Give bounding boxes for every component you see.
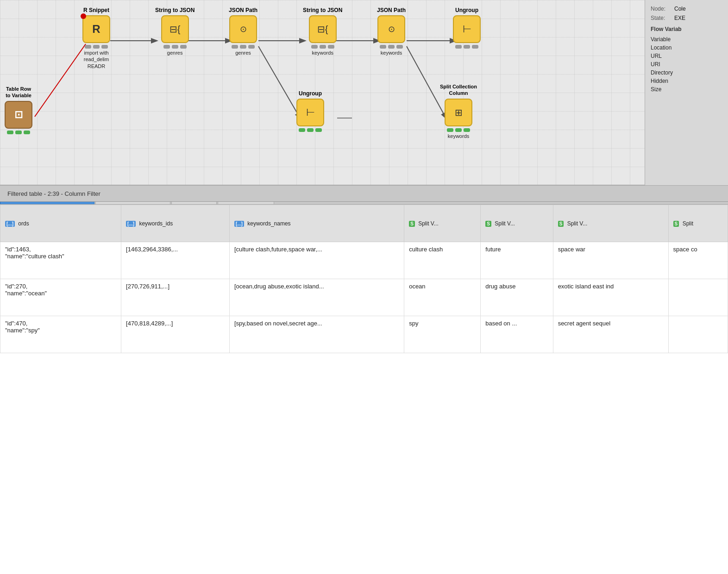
col-label-1: keywords_ids	[139, 220, 173, 227]
var-item-url: URL	[651, 52, 722, 60]
col-header-1[interactable]: [...] keywords_ids	[121, 205, 230, 242]
node-strtojson1-status	[163, 45, 187, 49]
node-strtojson2[interactable]: String to JSON ⊟{ keywords	[303, 7, 342, 56]
cell-1-2: [ocean,drug abuse,exotic island...	[229, 279, 404, 316]
cell-2-4: based on ...	[481, 316, 553, 353]
col-icon-4: S	[485, 221, 491, 227]
col-icon-5: S	[558, 221, 564, 227]
node-rsnippet-icon: R	[92, 23, 100, 36]
node-jsonpath2-icon: ⊙	[388, 24, 395, 34]
node-rsnippet-label: import withread_delimREADR	[84, 50, 109, 69]
col-header-3[interactable]: S Split V...	[404, 205, 481, 242]
node-jsonpath1-box[interactable]: ⊙	[229, 15, 257, 43]
node-ungroup2-icon: ⊢	[306, 106, 315, 119]
cell-2-2: [spy,based on novel,secret age...	[229, 316, 404, 353]
node-splitcol-icon: ⊞	[455, 107, 463, 118]
svg-line-0	[35, 44, 86, 117]
node-rsnippet[interactable]: R Snippet R import withread_delimREADR	[82, 7, 110, 69]
workflow-area: Table Rowto Variable ⊡ R Snippet R impor…	[0, 0, 728, 185]
node-jsonpath1[interactable]: JSON Path ⊙ genres	[229, 7, 257, 56]
table-row: "id":270, "name":"ocean" [270,726,911,..…	[0, 279, 728, 316]
node-strtojson2-title: String to JSON	[303, 7, 342, 13]
node-jsonpath2-status	[380, 45, 403, 49]
node-strtojson1-label: genres	[167, 50, 183, 56]
col-header-2[interactable]: [...] keywords_names	[229, 205, 404, 242]
node-strtojson2-box[interactable]: ⊟{	[309, 15, 337, 43]
node-tablerow-title: Table Rowto Variable	[6, 86, 31, 99]
cell-1-1: [270,726,911,...]	[121, 279, 230, 316]
col-label-3: Split V...	[418, 220, 439, 227]
node-field-value: Cole	[674, 6, 686, 12]
node-ungroup2-status	[299, 128, 322, 132]
workflow-canvas[interactable]: Table Rowto Variable ⊡ R Snippet R impor…	[0, 0, 728, 185]
table-row: "id":470, "name":"spy" [470,818,4289,...…	[0, 316, 728, 353]
variable-list: Variable Location URL URI Directory Hidd…	[651, 35, 722, 94]
col-header-4[interactable]: S Split V...	[481, 205, 553, 242]
node-field-label: Node:	[651, 6, 672, 12]
node-rsnippet-box[interactable]: R	[82, 15, 110, 43]
right-panel: Node: Cole State: EXE Flow Variab Variab…	[645, 0, 728, 185]
col-label-0: ords	[18, 220, 29, 227]
cell-1-0: "id":270, "name":"ocean"	[0, 279, 121, 316]
node-rsnippet-dot	[81, 13, 86, 19]
cell-1-4: drug abuse	[481, 279, 553, 316]
node-jsonpath2-title: JSON Path	[377, 7, 406, 13]
cell-0-0: "id":1463, "name":"culture clash"	[0, 242, 121, 279]
node-jsonpath1-status	[232, 45, 255, 49]
col-icon-1: [...]	[126, 221, 136, 227]
col-icon-2: [...]	[234, 221, 244, 227]
cell-0-1: [1463,2964,3386,...	[121, 242, 230, 279]
node-tablerow[interactable]: Table Rowto Variable ⊡	[5, 86, 32, 134]
cell-0-2: [culture clash,future,space war,...	[229, 242, 404, 279]
node-splitcol-title: Split CollectionColumn	[440, 83, 477, 97]
col-icon-6: S	[673, 221, 679, 227]
node-strtojson1-box[interactable]: ⊟{	[161, 15, 189, 43]
col-header-6[interactable]: S Split	[668, 205, 728, 242]
node-ungroup2-box[interactable]: ⊢	[296, 99, 324, 126]
state-field-value: EXE	[674, 15, 685, 21]
node-splitcol[interactable]: Split CollectionColumn ⊞ keywords	[440, 83, 477, 139]
var-item-variable: Variable	[651, 35, 722, 44]
bottom-section: Table "default" – Rows: 4803 Spec – Colu…	[0, 185, 728, 574]
col-label-5: Split V...	[567, 220, 588, 227]
node-jsonpath2[interactable]: JSON Path ⊙ keywords	[377, 7, 406, 56]
node-ungroup1-title: Ungroup	[455, 7, 478, 13]
cell-0-5: space war	[553, 242, 668, 279]
col-header-0[interactable]: [...] ords	[0, 205, 121, 242]
node-tablerow-icon: ⊡	[14, 109, 23, 121]
node-jsonpath1-icon: ⊙	[240, 24, 247, 34]
node-ungroup2[interactable]: Ungroup ⊢	[296, 90, 324, 132]
state-field-row: State: EXE	[651, 15, 722, 21]
col-label-4: Split V...	[495, 220, 515, 227]
table-header-row: [...] ords [...] keywords_ids [...] keyw…	[0, 205, 728, 242]
node-ungroup1-status	[455, 45, 478, 49]
col-label-6: Split	[683, 220, 693, 227]
node-ungroup1-icon: ⊢	[463, 23, 471, 35]
node-strtojson1[interactable]: String to JSON ⊟{ genres	[155, 7, 195, 56]
table-row: "id":1463, "name":"culture clash" [1463,…	[0, 242, 728, 279]
col-header-5[interactable]: S Split V...	[553, 205, 668, 242]
node-ungroup1[interactable]: Ungroup ⊢	[453, 7, 481, 49]
var-item-uri: URI	[651, 60, 722, 69]
node-tablerow-box[interactable]: ⊡	[5, 101, 32, 129]
flow-variables-title: Flow Variab	[651, 26, 722, 32]
cell-0-6: space co	[668, 242, 728, 279]
node-ungroup1-box[interactable]: ⊢	[453, 15, 481, 43]
var-item-hidden: Hidden	[651, 77, 722, 85]
cell-0-3: culture clash	[404, 242, 481, 279]
node-jsonpath1-title: JSON Path	[229, 7, 257, 13]
node-jsonpath2-box[interactable]: ⊙	[377, 15, 405, 43]
node-splitcol-box[interactable]: ⊞	[445, 99, 472, 126]
data-table-wrapper: [...] ords [...] keywords_ids [...] keyw…	[0, 205, 728, 574]
cell-0-4: future	[481, 242, 553, 279]
node-strtojson2-status	[311, 45, 334, 49]
node-splitcol-label: keywords	[448, 133, 469, 139]
col-label-2: keywords_names	[247, 220, 290, 227]
cell-2-0: "id":470, "name":"spy"	[0, 316, 121, 353]
node-ungroup2-title: Ungroup	[299, 90, 322, 97]
var-item-directory: Directory	[651, 69, 722, 77]
node-strtojson1-title: String to JSON	[155, 7, 195, 13]
node-strtojson2-label: keywords	[312, 50, 333, 56]
col-icon-0: [...]	[5, 221, 15, 227]
node-rsnippet-title: R Snippet	[83, 7, 109, 13]
